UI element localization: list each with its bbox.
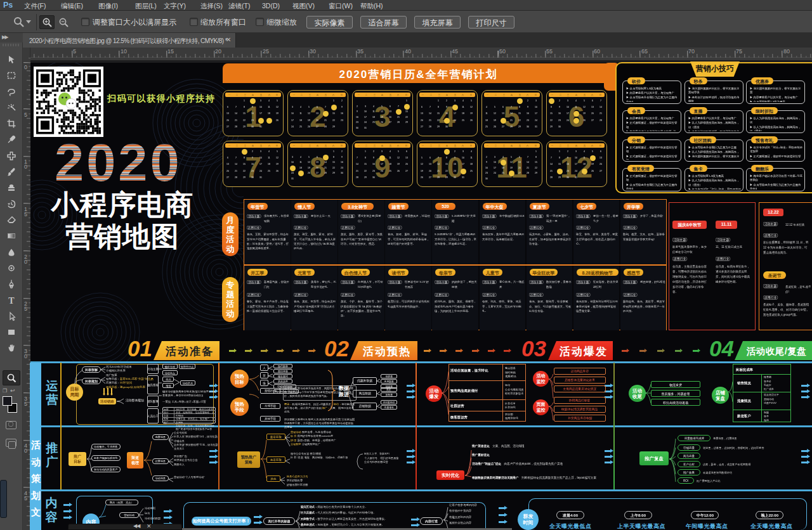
svg-text:T: T <box>8 296 15 306</box>
